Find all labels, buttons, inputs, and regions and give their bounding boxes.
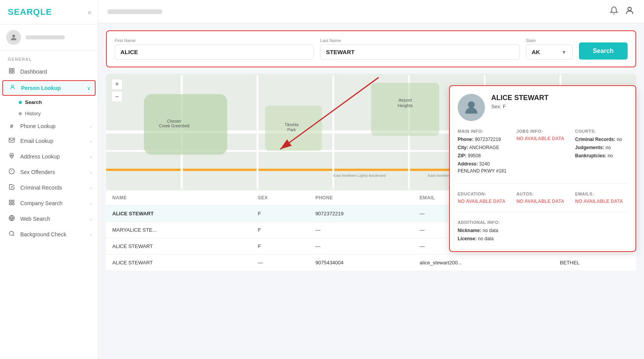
app-logo: SEARQLE: [8, 7, 52, 17]
sidebar-sub-item-history[interactable]: History: [0, 108, 98, 119]
background-check-icon: [8, 231, 16, 238]
chevron-down-icon: ∨: [87, 85, 91, 91]
additional-info-section: ADDITIONAL INFO: Nickname: no data Licen…: [458, 220, 628, 243]
sex-offenders-icon: [8, 168, 16, 176]
main-info-section: MAIN INFO: Phone: 9072372219 City: ANCHO…: [458, 129, 510, 176]
sidebar-item-sex-offenders[interactable]: Sex Offenders ›: [0, 164, 98, 180]
svg-rect-2: [12, 69, 14, 70]
cell-sex: F: [251, 222, 309, 238]
sidebar-item-phone-lookup[interactable]: # Phone Lookup ›: [0, 119, 98, 133]
result-sections: MAIN INFO: Phone: 9072372219 City: ANCHO…: [458, 129, 628, 243]
svg-rect-6: [9, 138, 14, 143]
result-card-header: ALICE STEWART Sex: F: [458, 94, 628, 121]
dashboard-icon: [8, 68, 16, 76]
sidebar-item-person-lookup[interactable]: Person Lookup ∨: [2, 80, 96, 96]
notifications-button[interactable]: [610, 6, 618, 17]
person-lookup-icon: [9, 84, 16, 92]
sidebar-item-email-lookup[interactable]: Email Lookup ›: [0, 133, 98, 149]
chevron-right-icon6: ›: [90, 201, 92, 206]
chevron-right-icon3: ›: [90, 154, 92, 160]
cell-phone: 9072372219: [309, 206, 413, 222]
additional-info-title: ADDITIONAL INFO:: [458, 220, 628, 225]
company-search-icon: [8, 199, 16, 207]
autos-title: AUTOS:: [517, 192, 569, 196]
first-name-input[interactable]: [115, 44, 314, 60]
sidebar-sub-item-search[interactable]: Search: [0, 97, 98, 108]
cell-city: BETHEL: [554, 255, 636, 271]
state-select[interactable]: AK ▼: [526, 44, 573, 60]
chevron-right-icon5: ›: [90, 185, 92, 191]
jobs-no-data: NO AVAILABLE DATA: [517, 136, 569, 141]
svg-text:Chester: Chester: [167, 119, 182, 123]
autos-no-data: NO AVAILABLE DATA: [517, 199, 569, 204]
sidebar-item-address-lookup[interactable]: Address Lookup ›: [0, 149, 98, 164]
history-dot-icon: [19, 112, 22, 115]
svg-rect-12: [12, 203, 14, 205]
web-search-icon: [8, 215, 16, 223]
criminal-records-icon: [8, 184, 16, 192]
table-row[interactable]: ALICE STEWART—9075434004alice_stewart200…: [106, 255, 636, 271]
sidebar-item-company-search[interactable]: Company Search ›: [0, 195, 98, 211]
emails-title: EMAILS:: [575, 192, 628, 196]
sidebar-item-background-check[interactable]: Background Check ›: [0, 227, 98, 242]
map-and-table: Chester Creek Greenbelt Tikishla Park Ai…: [106, 74, 636, 271]
cell-sex: F: [251, 206, 309, 222]
main-content: First Name Last Name State AK ▼ Search: [98, 0, 644, 359]
search-button[interactable]: Search: [579, 42, 628, 60]
svg-rect-10: [12, 200, 14, 202]
svg-rect-11: [9, 203, 11, 205]
result-sex: Sex: F: [491, 104, 548, 109]
top-bar: [98, 0, 644, 23]
sidebar: SEARQLE « GENERAL Dashboard Person Looku…: [0, 0, 98, 359]
jobs-info-section: JOBS INFO: NO AVAILABLE DATA: [517, 129, 569, 176]
sidebar-item-dashboard[interactable]: Dashboard: [0, 64, 98, 79]
last-name-field-group: Last Name: [320, 38, 519, 60]
chevron-right-icon7: ›: [90, 216, 92, 222]
avatar: [6, 30, 21, 45]
email-lookup-icon: [8, 137, 16, 145]
user-avatar-button[interactable]: [625, 5, 635, 18]
svg-point-0: [12, 35, 15, 37]
content-area: Chester Creek Greenbelt Tikishla Park Ai…: [98, 67, 644, 359]
state-value: AK: [532, 49, 558, 55]
zip-row: ZIP: 99508: [458, 152, 510, 159]
cell-sex: F: [251, 238, 309, 255]
criminal-row: Criminal Records: no: [575, 136, 628, 143]
svg-text:Tikishla: Tikishla: [285, 122, 299, 127]
education-title: EDUCATION:: [458, 192, 510, 196]
last-name-input[interactable]: [320, 44, 519, 60]
result-identity: ALICE STEWART Sex: F: [491, 94, 548, 109]
state-chevron-icon: ▼: [561, 49, 567, 55]
col-header-sex: Sex: [251, 190, 309, 206]
cell-phone: —: [309, 222, 413, 238]
svg-text:East Northern Lights Boulevard: East Northern Lights Boulevard: [333, 173, 386, 178]
sidebar-item-label-person-lookup: Person Lookup: [21, 85, 82, 91]
cell-name: MARYALICE STE...: [106, 222, 251, 238]
sidebar-header: SEARQLE «: [0, 0, 98, 25]
first-name-field-group: First Name: [115, 38, 314, 60]
col-header-phone: Phone: [309, 190, 413, 206]
result-avatar: [458, 94, 485, 121]
last-name-label: Last Name: [320, 38, 519, 43]
address-lookup-icon: [8, 153, 16, 160]
svg-point-15: [628, 7, 632, 11]
sidebar-item-web-search[interactable]: Web Search ›: [0, 211, 98, 227]
sidebar-sub-label-search: Search: [25, 99, 42, 105]
svg-text:+: +: [115, 80, 119, 88]
sidebar-item-label-web-search: Web Search: [20, 216, 85, 222]
svg-rect-9: [9, 200, 11, 202]
sidebar-item-criminal-records[interactable]: Criminal Records ›: [0, 180, 98, 195]
address-row: Address: 3240 PENLAND PKWY #181: [458, 160, 510, 174]
svg-text:Creek Greenbelt: Creek Greenbelt: [159, 123, 189, 128]
svg-rect-4: [12, 71, 14, 73]
sidebar-collapse-button[interactable]: «: [88, 8, 92, 16]
page-title-placeholder: [108, 9, 162, 14]
emails-section: EMAILS: NO AVAILABLE DATA: [575, 192, 628, 204]
chevron-right-icon: ›: [90, 123, 92, 129]
education-no-data: NO AVAILABLE DATA: [458, 199, 510, 204]
education-section: EDUCATION: NO AVAILABLE DATA: [458, 192, 510, 204]
result-card: ALICE STEWART Sex: F MAIN INFO: Phone: 9…: [449, 85, 636, 252]
svg-text:Airport: Airport: [398, 97, 412, 102]
state-label: State: [526, 38, 573, 43]
cell-name: ALICE STEWART: [106, 238, 251, 255]
